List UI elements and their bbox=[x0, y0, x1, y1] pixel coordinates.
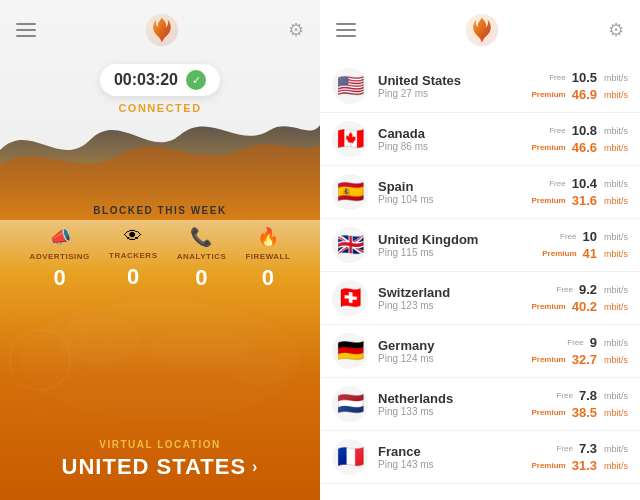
premium-speed: 32.7 bbox=[572, 352, 597, 367]
server-list: 🇺🇸 United States Ping 27 ms Free 10.5mbi… bbox=[320, 60, 640, 500]
bottom-section: VIRTUAL LOCATION UNITED STATES › bbox=[0, 439, 320, 480]
blocked-icons-row: 📣 ADVERTISING 0 👁 TRACKERS 0 📞 ANALYTICS… bbox=[0, 226, 320, 291]
flag-circle: 🇩🇪 bbox=[332, 333, 368, 369]
server-speeds: Free 10.4mbit/s Premium 31.6mbit/s bbox=[531, 176, 628, 208]
world-map-decoration bbox=[0, 280, 320, 440]
free-speed: 7.8 bbox=[579, 388, 597, 403]
free-speed-row: Free 10.5mbit/s bbox=[549, 70, 628, 85]
server-item[interactable]: 🇬🇧 United Kingdom Ping 115 ms Free 10mbi… bbox=[320, 219, 640, 272]
right-header: ⚙ bbox=[320, 0, 640, 60]
server-ping: Ping 123 ms bbox=[378, 300, 531, 311]
free-speed: 10.5 bbox=[572, 70, 597, 85]
flag-circle: 🇳🇱 bbox=[332, 386, 368, 422]
free-speed: 7.3 bbox=[579, 441, 597, 456]
server-ping: Ping 143 ms bbox=[378, 459, 531, 470]
premium-label: Premium bbox=[542, 249, 576, 258]
premium-label: Premium bbox=[531, 143, 565, 152]
server-ping: Ping 27 ms bbox=[378, 88, 531, 99]
timer-container: 00:03:20 ✓ bbox=[100, 64, 220, 96]
premium-label: Premium bbox=[531, 90, 565, 99]
server-speeds: Free 9mbit/s Premium 32.7mbit/s bbox=[531, 335, 628, 367]
firewall-count: 0 bbox=[262, 265, 274, 291]
server-speeds: Free 10.8mbit/s Premium 46.6mbit/s bbox=[531, 123, 628, 155]
premium-label: Premium bbox=[531, 355, 565, 364]
free-label: Free bbox=[556, 285, 572, 294]
advertising-icon: 📣 bbox=[49, 226, 71, 248]
analytics-icon: 📞 bbox=[190, 226, 212, 248]
free-speed: 10.8 bbox=[572, 123, 597, 138]
flag-circle: 🇬🇧 bbox=[332, 227, 368, 263]
server-item[interactable]: 🇨🇦 Canada Ping 86 ms Free 10.8mbit/s Pre… bbox=[320, 113, 640, 166]
free-speed-row: Free 10mbit/s bbox=[560, 229, 628, 244]
server-info: France Ping 143 ms bbox=[378, 444, 531, 470]
flag-circle: 🇨🇦 bbox=[332, 121, 368, 157]
server-name: United Kingdom bbox=[378, 232, 542, 247]
flag-emoji: 🇩🇪 bbox=[337, 338, 364, 364]
blocked-item-firewall: 🔥 FIREWALL 0 bbox=[245, 226, 290, 291]
flag-emoji: 🇨🇭 bbox=[337, 285, 364, 311]
analytics-label: ANALYTICS bbox=[177, 252, 227, 261]
server-info: Switzerland Ping 123 ms bbox=[378, 285, 531, 311]
server-item[interactable]: 🇫🇷 France Ping 143 ms Free 7.3mbit/s Pre… bbox=[320, 431, 640, 484]
premium-speed: 40.2 bbox=[572, 299, 597, 314]
free-speed: 10 bbox=[583, 229, 597, 244]
server-ping: Ping 133 ms bbox=[378, 406, 531, 417]
flag-circle: 🇪🇸 bbox=[332, 174, 368, 210]
premium-speed-row: Premium 31.6mbit/s bbox=[531, 193, 628, 208]
server-ping: Ping 115 ms bbox=[378, 247, 542, 258]
server-name: Netherlands bbox=[378, 391, 531, 406]
premium-speed-row: Premium 38.5mbit/s bbox=[531, 405, 628, 420]
settings-icon-left[interactable]: ⚙ bbox=[288, 19, 304, 41]
premium-speed-row: Premium 40.2mbit/s bbox=[531, 299, 628, 314]
free-speed-row: Free 10.8mbit/s bbox=[549, 123, 628, 138]
free-speed: 9.2 bbox=[579, 282, 597, 297]
server-info: Spain Ping 104 ms bbox=[378, 179, 531, 205]
server-info: Germany Ping 124 ms bbox=[378, 338, 531, 364]
server-item[interactable]: 🇪🇸 Spain Ping 104 ms Free 10.4mbit/s Pre… bbox=[320, 166, 640, 219]
premium-speed-row: Premium 32.7mbit/s bbox=[531, 352, 628, 367]
svg-point-7 bbox=[230, 355, 290, 385]
flag-emoji: 🇨🇦 bbox=[337, 126, 364, 152]
free-label: Free bbox=[560, 232, 576, 241]
premium-label: Premium bbox=[531, 196, 565, 205]
logo-right bbox=[464, 12, 500, 48]
virtual-location-country: UNITED STATES bbox=[62, 454, 247, 480]
trackers-icon: 👁 bbox=[124, 226, 142, 247]
free-speed: 10.4 bbox=[572, 176, 597, 191]
flag-circle: 🇺🇸 bbox=[332, 68, 368, 104]
server-speeds: Free 7.8mbit/s Premium 38.5mbit/s bbox=[531, 388, 628, 420]
server-ping: Ping 86 ms bbox=[378, 141, 531, 152]
server-item[interactable]: 🇺🇸 United States Ping 27 ms Free 10.5mbi… bbox=[320, 60, 640, 113]
premium-label: Premium bbox=[531, 408, 565, 417]
server-speeds: Free 7.3mbit/s Premium 31.3mbit/s bbox=[531, 441, 628, 473]
premium-speed-row: Premium 46.6mbit/s bbox=[531, 140, 628, 155]
server-name: Canada bbox=[378, 126, 531, 141]
virtual-location-value[interactable]: UNITED STATES › bbox=[62, 454, 259, 480]
free-label: Free bbox=[556, 391, 572, 400]
connected-checkmark: ✓ bbox=[186, 70, 206, 90]
virtual-location-label: VIRTUAL LOCATION bbox=[99, 439, 220, 450]
server-name: France bbox=[378, 444, 531, 459]
trackers-count: 0 bbox=[127, 264, 139, 290]
server-item[interactable]: 🇩🇪 Germany Ping 124 ms Free 9mbit/s Prem… bbox=[320, 325, 640, 378]
server-name: Spain bbox=[378, 179, 531, 194]
blocked-item-trackers: 👁 TRACKERS 0 bbox=[109, 226, 157, 291]
free-speed-row: Free 7.3mbit/s bbox=[556, 441, 628, 456]
hamburger-menu-right[interactable] bbox=[336, 23, 356, 37]
premium-speed: 41 bbox=[583, 246, 597, 261]
server-item[interactable]: 🇳🇱 Netherlands Ping 133 ms Free 7.8mbit/… bbox=[320, 378, 640, 431]
server-name: Germany bbox=[378, 338, 531, 353]
settings-icon-right[interactable]: ⚙ bbox=[608, 19, 624, 41]
flag-emoji: 🇫🇷 bbox=[337, 444, 364, 470]
server-item[interactable]: 🇨🇭 Switzerland Ping 123 ms Free 9.2mbit/… bbox=[320, 272, 640, 325]
connected-status: CONNECTED bbox=[118, 102, 201, 114]
premium-label: Premium bbox=[531, 461, 565, 470]
premium-speed-row: Premium 46.9mbit/s bbox=[531, 87, 628, 102]
flag-emoji: 🇪🇸 bbox=[337, 179, 364, 205]
free-label: Free bbox=[567, 338, 583, 347]
free-speed-row: Free 7.8mbit/s bbox=[556, 388, 628, 403]
free-label: Free bbox=[549, 126, 565, 135]
premium-speed: 46.6 bbox=[572, 140, 597, 155]
logo-left bbox=[144, 12, 180, 48]
hamburger-menu-left[interactable] bbox=[16, 23, 36, 37]
